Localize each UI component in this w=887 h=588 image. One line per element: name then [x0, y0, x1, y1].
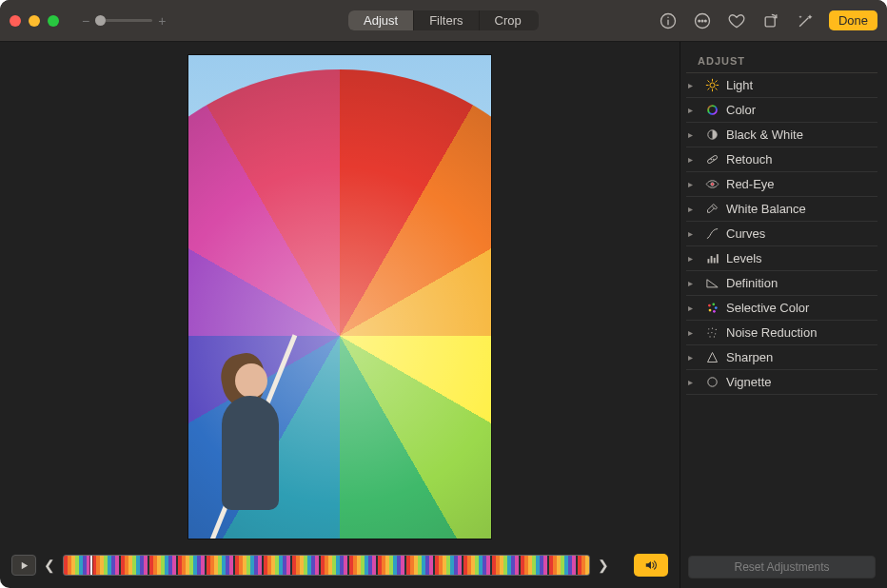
adjustment-row-definition[interactable]: ▸Definition: [686, 271, 877, 296]
zoom-thumb[interactable]: [95, 15, 106, 26]
sidebar-title: ADJUST: [686, 51, 877, 73]
adjustment-label: Selective Color: [726, 301, 809, 315]
svg-point-2: [667, 16, 669, 18]
adjustment-label: Retouch: [726, 152, 772, 167]
sharpen-triangle-icon: [704, 350, 719, 365]
disclosure-chevron-icon[interactable]: ▸: [688, 278, 698, 288]
adjustment-row-light[interactable]: ▸Light: [686, 73, 877, 98]
palette-dots-icon: [704, 301, 719, 316]
playhead[interactable]: [90, 555, 92, 576]
content: ❮ ❯ ADJUST ▸Light▸Color▸Black & White▸Re…: [0, 42, 887, 588]
more-icon[interactable]: [692, 10, 713, 31]
adjustment-row-red-eye[interactable]: ▸Red-Eye: [686, 172, 877, 197]
svg-rect-24: [710, 256, 712, 264]
disclosure-chevron-icon[interactable]: ▸: [688, 80, 698, 90]
disclosure-chevron-icon[interactable]: ▸: [688, 105, 698, 115]
adjustment-row-curves[interactable]: ▸Curves: [686, 222, 877, 246]
editor-window: − + Adjust Filters Crop: [0, 0, 887, 588]
mode-tabs: Adjust Filters Crop: [348, 10, 539, 30]
svg-point-32: [708, 328, 709, 329]
timeline: ❮ ❯: [11, 550, 668, 580]
svg-line-15: [707, 88, 708, 89]
auto-enhance-wand-icon[interactable]: [795, 10, 816, 31]
disclosure-chevron-icon[interactable]: ▸: [688, 377, 698, 387]
adjustment-label: Black & White: [726, 127, 803, 142]
adjustment-row-color[interactable]: ▸Color: [686, 98, 877, 123]
svg-point-27: [708, 304, 711, 307]
canvas-area: ❮ ❯: [0, 42, 680, 588]
zoom-in-icon: +: [158, 13, 166, 29]
info-icon[interactable]: [658, 10, 679, 31]
svg-point-22: [710, 183, 713, 186]
titlebar: − + Adjust Filters Crop: [0, 0, 887, 42]
disclosure-chevron-icon[interactable]: ▸: [688, 204, 698, 214]
tab-crop[interactable]: Crop: [480, 10, 537, 30]
video-filmstrip[interactable]: [63, 555, 590, 576]
svg-rect-19: [706, 155, 717, 165]
adjustment-label: Definition: [726, 276, 778, 290]
eye-icon: [704, 177, 719, 192]
minimize-window-button[interactable]: [29, 15, 40, 27]
adjustment-row-sharpen[interactable]: ▸Sharpen: [686, 345, 877, 370]
zoom-track[interactable]: [95, 19, 152, 22]
photo-preview[interactable]: [187, 54, 492, 539]
disclosure-chevron-icon[interactable]: ▸: [688, 303, 698, 313]
tab-adjust[interactable]: Adjust: [348, 10, 414, 30]
noise-icon: [704, 325, 719, 341]
disclosure-chevron-icon[interactable]: ▸: [688, 327, 698, 338]
window-controls: [10, 15, 59, 27]
rotate-icon[interactable]: [760, 10, 781, 31]
svg-point-38: [709, 336, 710, 337]
adjustment-row-levels[interactable]: ▸Levels: [686, 246, 877, 271]
bandage-icon: [704, 152, 719, 167]
reset-adjustments-button[interactable]: Reset Adjustments: [688, 556, 876, 578]
svg-point-28: [712, 303, 715, 305]
trim-start-handle[interactable]: ❮: [42, 558, 57, 573]
zoom-out-icon: −: [82, 13, 89, 29]
adjustment-label: Vignette: [726, 375, 771, 389]
adjustment-row-noise-reduction[interactable]: ▸Noise Reduction: [686, 321, 877, 345]
sun-icon: [704, 78, 719, 93]
disclosure-chevron-icon[interactable]: ▸: [688, 352, 698, 363]
svg-line-14: [715, 88, 716, 89]
svg-rect-23: [707, 259, 709, 263]
disclosure-chevron-icon[interactable]: ▸: [688, 228, 698, 239]
svg-point-20: [710, 159, 711, 160]
svg-point-21: [713, 159, 714, 160]
vignette-circle-icon: [704, 375, 719, 390]
svg-rect-7: [765, 16, 775, 26]
done-button[interactable]: Done: [829, 10, 877, 30]
adjustment-row-selective-color[interactable]: ▸Selective Color: [686, 296, 877, 321]
adjustment-label: Red-Eye: [726, 177, 775, 191]
disclosure-chevron-icon[interactable]: ▸: [688, 179, 698, 189]
tab-filters[interactable]: Filters: [414, 10, 479, 30]
adjustment-row-black-white[interactable]: ▸Black & White: [686, 123, 877, 147]
levels-icon: [704, 251, 719, 266]
svg-point-30: [708, 309, 711, 312]
color-ring-icon: [704, 103, 719, 118]
adjustment-row-white-balance[interactable]: ▸White Balance: [686, 197, 877, 222]
zoom-slider[interactable]: − +: [82, 13, 166, 29]
disclosure-chevron-icon[interactable]: ▸: [688, 154, 698, 165]
adjustment-label: Noise Reduction: [726, 325, 817, 340]
close-window-button[interactable]: [10, 15, 21, 27]
adjust-sidebar: ADJUST ▸Light▸Color▸Black & White▸Retouc…: [680, 42, 887, 588]
disclosure-chevron-icon[interactable]: ▸: [688, 253, 698, 264]
favorite-heart-icon[interactable]: [726, 10, 747, 31]
fullscreen-window-button[interactable]: [48, 15, 59, 27]
trim-end-handle[interactable]: ❯: [596, 558, 611, 573]
disclosure-chevron-icon[interactable]: ▸: [688, 129, 698, 140]
svg-rect-25: [713, 258, 715, 264]
svg-point-31: [713, 310, 716, 313]
adjustment-row-vignette[interactable]: ▸Vignette: [686, 370, 877, 395]
preview-wrap: [11, 49, 668, 544]
adjustment-label: Curves: [726, 226, 765, 241]
audio-mute-button[interactable]: [634, 554, 668, 577]
adjustment-label: Sharpen: [726, 350, 773, 364]
adjustment-row-retouch[interactable]: ▸Retouch: [686, 147, 877, 172]
adjustment-label: Color: [726, 103, 756, 117]
svg-point-5: [701, 20, 703, 22]
play-button[interactable]: [11, 555, 36, 576]
svg-point-33: [711, 328, 712, 329]
adjustments-list: ▸Light▸Color▸Black & White▸Retouch▸Red-E…: [686, 73, 877, 548]
